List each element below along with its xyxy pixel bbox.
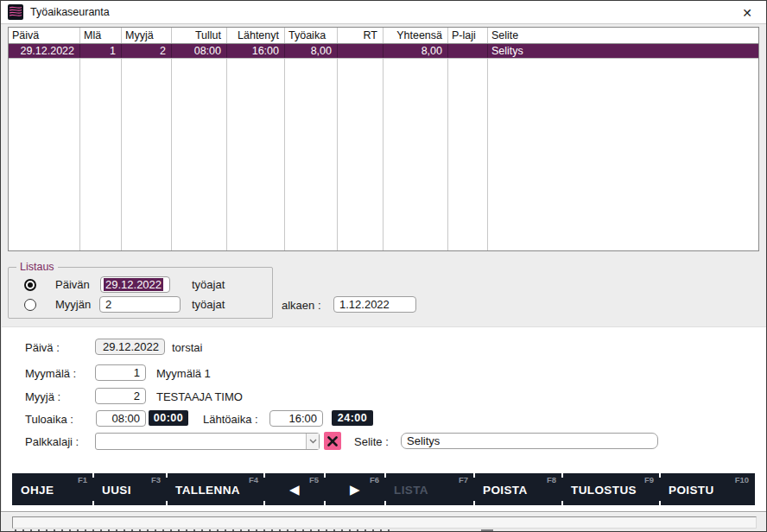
myyjan-label: Myyjän	[55, 298, 93, 311]
cell-yhteensa: 8,00	[384, 44, 448, 58]
clear-palkkalaji-button[interactable]	[324, 432, 341, 450]
arrow-right-icon: ▶	[350, 482, 360, 497]
lahtoaika-field[interactable]	[269, 410, 323, 427]
alkaen-date-input[interactable]	[333, 296, 416, 313]
myyjan-number-input[interactable]	[99, 296, 181, 313]
worktime-table: Päivä Mlä Myyjä Tullut Lähtenyt Työaika …	[8, 27, 759, 251]
paivan-label: Päivän	[55, 278, 93, 291]
poista-button[interactable]: POISTA F8	[474, 473, 562, 505]
app-window: Työaikaseuranta ✕ Päivä Mlä Myyjä Tullut…	[0, 0, 767, 532]
listaus-legend: Listaus	[16, 261, 58, 273]
fkey-label: F7	[459, 475, 468, 484]
cell-myyja: 2	[122, 44, 172, 58]
col-header-plaji: P-laji	[448, 28, 488, 43]
next-record-button[interactable]: ▶ F6	[325, 473, 385, 505]
col-header-tyoaika: Työaika	[285, 28, 338, 43]
myyjan-suffix-label: työajat	[192, 298, 225, 311]
selite-label: Selite :	[354, 435, 389, 448]
tuloaika-min-badge: 00:00	[149, 410, 188, 426]
fkey-label: F8	[547, 475, 556, 484]
paivan-date-input[interactable]: 29.12.2022	[100, 276, 170, 293]
arrow-left-icon: ◀	[289, 482, 300, 497]
myyja-name-label: TESTAAJA TIMO	[156, 390, 243, 403]
selite-field[interactable]	[401, 433, 658, 449]
poistu-button[interactable]: POISTU F10	[660, 473, 755, 505]
col-header-rt: RT	[338, 28, 384, 43]
palkkalaji-label: Palkkalaji :	[25, 435, 79, 448]
cell-tyoaika: 8,00	[285, 44, 338, 58]
listaus-groupbox: Listaus Päivän 29.12.2022 työajat Myyjän…	[8, 267, 273, 319]
title-bar: Työaikaseuranta ✕	[1, 1, 766, 24]
lahtoaika-label: Lähtöaika :	[203, 413, 258, 426]
app-logo-icon	[8, 4, 23, 20]
col-header-yhteensa: Yhteensä	[384, 28, 448, 43]
paivan-date-selected-text: 29.12.2022	[104, 278, 163, 291]
fkey-label: F4	[249, 475, 258, 484]
cell-lahtenyt: 16:00	[227, 44, 285, 58]
fkey-label: F6	[370, 475, 379, 484]
col-header-paiva: Päivä	[9, 28, 80, 43]
radio-paivan[interactable]	[24, 279, 36, 291]
myymala-name-label: Myymälä 1	[156, 367, 211, 380]
table-row-selected[interactable]: 29.12.2022 1 2 08:00 16:00 8,00 8,00 Sel…	[9, 44, 758, 59]
chevron-down-icon[interactable]	[306, 434, 319, 449]
radio-myyjan[interactable]	[24, 299, 36, 311]
window-title: Työaikaseuranta	[30, 6, 110, 18]
x-icon	[327, 436, 338, 446]
previous-record-button[interactable]: ◀ F5	[264, 473, 325, 505]
cell-tullut: 08:00	[172, 44, 227, 58]
weekday-label: torstai	[172, 341, 202, 354]
myyja-label: Myyjä :	[25, 390, 60, 403]
cell-mla: 1	[80, 44, 122, 58]
tulostus-button[interactable]: TULOSTUS F9	[562, 473, 660, 505]
table-empty-area	[9, 59, 758, 250]
lahtoaika-max-badge: 24:00	[332, 410, 373, 426]
fkey-label: F9	[644, 475, 654, 484]
col-header-tullut: Tullut	[172, 28, 227, 43]
tallenna-button[interactable]: TALLENNA F4	[167, 473, 264, 505]
alkaen-label: alkaen :	[282, 299, 321, 312]
divider	[1, 511, 766, 513]
col-header-myyja: Myyjä	[122, 28, 172, 43]
tuloaika-field[interactable]	[96, 410, 146, 427]
col-header-selite: Selite	[488, 28, 758, 43]
palkkalaji-dropdown[interactable]	[95, 433, 320, 450]
status-bar	[12, 516, 757, 529]
paivan-suffix-label: työajat	[192, 278, 225, 291]
myymala-label: Myymälä :	[25, 367, 76, 380]
fkey-label: F1	[78, 475, 87, 484]
fkey-label: F3	[151, 475, 161, 484]
fkey-label: F10	[735, 475, 749, 484]
table-header-row: Päivä Mlä Myyjä Tullut Lähtenyt Työaika …	[9, 28, 758, 44]
paiva-date-field[interactable]	[95, 339, 165, 355]
cell-selite: Selitys	[488, 44, 758, 58]
cell-plaji	[448, 44, 488, 58]
uusi-button[interactable]: UUSI F3	[93, 473, 167, 505]
cell-rt	[338, 44, 384, 58]
ohje-button[interactable]: OHJE F1	[12, 473, 93, 505]
col-header-lahtenyt: Lähtenyt	[227, 28, 285, 43]
myymala-number-field[interactable]	[95, 364, 146, 381]
close-icon[interactable]: ✕	[728, 1, 766, 24]
paiva-label: Päivä :	[25, 341, 60, 354]
function-toolbar: OHJE F1 UUSI F3 TALLENNA F4 ◀ F5 ▶ F6 LI…	[12, 473, 755, 505]
col-header-mla: Mlä	[80, 28, 122, 43]
cell-paiva: 29.12.2022	[9, 44, 80, 58]
myyja-number-field[interactable]	[95, 388, 146, 404]
fkey-label: F5	[309, 475, 319, 484]
tuloaika-label: Tuloaika :	[25, 413, 73, 426]
lista-button: LISTA F7	[385, 473, 474, 505]
